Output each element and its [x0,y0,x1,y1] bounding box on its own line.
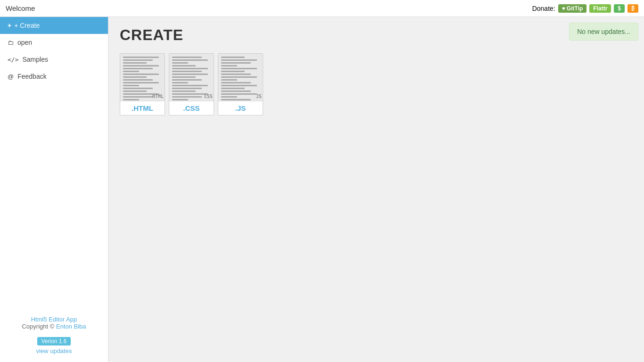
at-icon: @ [8,73,14,80]
sidebar-item-feedback[interactable]: @ Feedback [0,68,108,85]
css-label: .CSS [169,101,214,115]
main-content: CREATE [108,17,644,362]
app-name-link[interactable]: Html5 Editor App [31,316,77,323]
gittip-button[interactable]: ♥ GitTip [558,4,587,13]
gittip-icon: ♥ [562,5,565,12]
no-updates-text: No new updates... [577,28,630,35]
js-file-card[interactable]: JS .JS [218,53,263,115]
sidebar-open-label: open [17,39,32,46]
view-updates-link[interactable]: view updates [8,347,100,354]
sidebar-feedback-label: Feedback [17,73,46,80]
file-type-cards: HTML .HTML [120,53,633,115]
create-button[interactable]: + + Create [0,17,108,34]
version-badge: Verion 1.6 [37,337,70,346]
sidebar-footer: Html5 Editor App Copyright © Enton Biba … [0,308,108,362]
sidebar-item-samples[interactable]: </> Samples [0,51,108,68]
plus-icon: + [8,22,11,29]
author-link[interactable]: Enton Biba [56,323,86,330]
css-file-card[interactable]: CSS .CSS [169,53,214,115]
create-label: + Create [14,22,40,29]
code-icon: </> [8,56,18,63]
page-title: CREATE [120,26,633,44]
flattr-button[interactable]: Flattr [589,4,611,13]
css-preview: CSS [169,54,214,101]
copyright-text: Copyright © [22,323,54,330]
html-label: .HTML [120,101,165,115]
folder-icon: 🗀 [8,39,14,46]
layout: + + Create 🗀 open </> Samples @ Feedback… [0,17,644,362]
js-preview: JS [218,54,263,101]
js-tag: JS [256,94,262,99]
html-tag: HTML [152,94,164,99]
sidebar-item-open[interactable]: 🗀 open [0,34,108,51]
dollar-label: $ [618,5,621,12]
flattr-label: Flattr [593,5,607,12]
bitcoin-button[interactable]: ₿ [627,4,638,13]
dollar-button[interactable]: $ [614,4,625,13]
bitcoin-label: ₿ [631,5,635,12]
html-file-card[interactable]: HTML .HTML [120,53,165,115]
sidebar: + + Create 🗀 open </> Samples @ Feedback… [0,17,108,362]
app-title: Welcome [6,4,35,12]
no-updates-banner: No new updates... [569,23,638,41]
topbar: Welcome Donate: ♥ GitTip Flattr $ ₿ [0,0,644,17]
donate-label: Donate: [532,5,555,12]
sidebar-samples-label: Samples [22,56,48,63]
copyright-line: Copyright © Enton Biba [8,323,100,330]
js-label: .JS [218,101,263,115]
css-tag: CSS [204,94,213,99]
gittip-label: GitTip [567,5,583,12]
html-preview: HTML [120,54,165,101]
donate-area: Donate: ♥ GitTip Flattr $ ₿ [532,4,638,13]
